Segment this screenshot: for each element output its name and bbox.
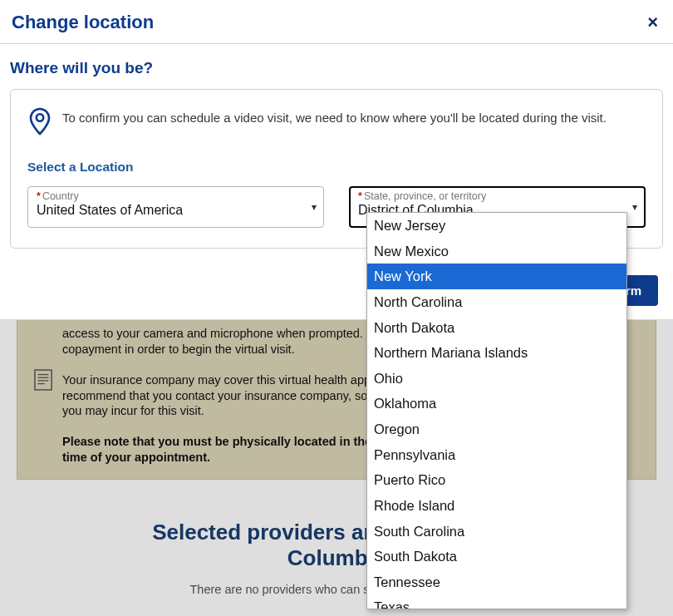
required-star: * — [37, 190, 41, 202]
modal-header: Change location × — [0, 0, 673, 44]
state-label: * State, province, or territory — [358, 190, 636, 202]
state-option[interactable]: New Mexico — [367, 239, 626, 264]
state-option[interactable]: Oregon — [367, 416, 626, 442]
state-option[interactable]: Puerto Rico — [367, 467, 626, 493]
close-icon[interactable]: × — [644, 10, 661, 35]
location-pin-icon — [27, 106, 52, 136]
state-dropdown-scroll[interactable]: New JerseyNew MexicoNew YorkNorth Caroli… — [367, 213, 626, 609]
info-text: To confirm you can schedule a video visi… — [62, 106, 607, 126]
state-option[interactable]: Ohio — [367, 366, 626, 392]
state-option[interactable]: Rhode Island — [367, 493, 626, 519]
state-option[interactable]: North Dakota — [367, 315, 626, 341]
info-row: To confirm you can schedule a video visi… — [27, 106, 646, 136]
country-value: United States of America — [37, 203, 315, 218]
state-dropdown: New JerseyNew MexicoNew YorkNorth Caroli… — [366, 212, 627, 609]
state-option[interactable]: South Carolina — [367, 519, 626, 545]
state-option[interactable]: South Dakota — [367, 544, 626, 569]
country-select[interactable]: * Country United States of America ▾ — [27, 186, 324, 228]
section-title: Where will you be? — [10, 59, 663, 77]
country-label: * Country — [37, 190, 315, 202]
state-option[interactable]: Tennessee — [367, 569, 626, 595]
required-star: * — [358, 190, 362, 202]
chevron-down-icon: ▾ — [312, 201, 317, 213]
state-option[interactable]: New York — [367, 264, 626, 289]
state-option[interactable]: Northern Mariana Islands — [367, 340, 626, 366]
svg-point-5 — [37, 114, 43, 121]
state-option[interactable]: Oklahoma — [367, 391, 626, 416]
state-option[interactable]: New Jersey — [367, 213, 626, 239]
state-option[interactable]: Texas — [367, 594, 626, 609]
state-option[interactable]: North Carolina — [367, 289, 626, 315]
modal-title: Change location — [12, 12, 154, 33]
state-option[interactable]: Pennsylvania — [367, 442, 626, 468]
chevron-down-icon: ▾ — [632, 201, 637, 213]
select-location-label: Select a Location — [27, 160, 646, 175]
